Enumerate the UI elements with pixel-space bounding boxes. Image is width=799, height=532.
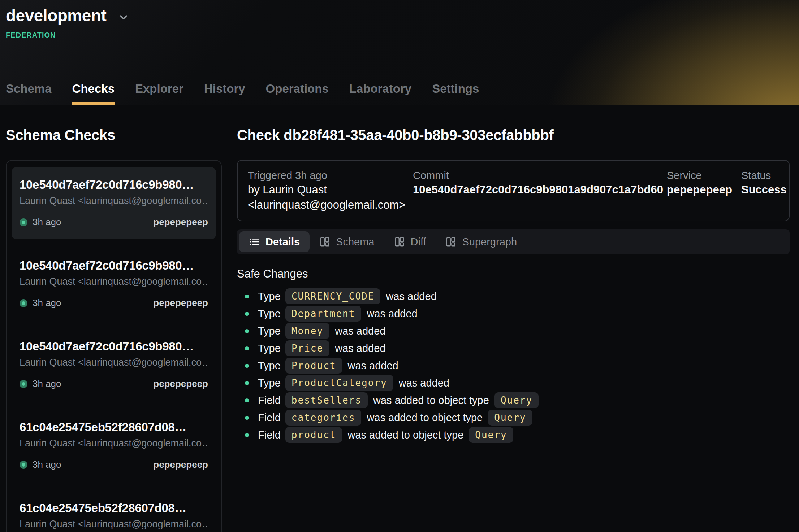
change-description: was added [367,308,417,320]
service-value: pepepepeep [667,182,741,197]
columns-icon [394,236,405,247]
check-list-item[interactable]: 61c04e25475eb52f28607d08… Laurin Quast <… [12,410,216,482]
tab-explorer[interactable]: Explorer [135,82,183,105]
check-author: Laurin Quast <laurinquast@googlemail.co… [20,519,208,530]
check-author: Laurin Quast <laurinquast@googlemail.co… [20,195,208,206]
tab-details[interactable]: Details [239,231,310,252]
checks-list: 10e540d7aef72c0d716c9b980… Laurin Quast … [6,160,222,532]
meta-service: Service pepepepeep [667,169,741,213]
view-tab-label: Supergraph [462,236,517,248]
type-chip-2: Query [488,410,532,426]
change-kind: Type [258,291,281,302]
tab-schema[interactable]: Schema [6,82,52,105]
check-meta-row: 3h ago pepepepeep [20,217,208,228]
tab-schema-view[interactable]: Schema [310,231,384,252]
change-kind: Type [258,325,281,337]
check-list-item[interactable]: 61c04e25475eb52f28607d08… Laurin Quast <… [12,490,216,532]
columns-icon [445,236,456,247]
chevron-down-icon[interactable] [118,12,129,23]
change-row: Type Money was added [245,322,790,340]
tab-diff[interactable]: Diff [384,231,436,252]
bullet-icon [245,416,249,420]
bullet-icon [245,295,249,298]
type-chip: CURRENCY_CODE [285,288,381,304]
change-kind: Field [258,394,281,406]
check-hash: 61c04e25475eb52f28607d08… [20,501,208,515]
status-value: Success [741,182,779,197]
tab-supergraph[interactable]: Supergraph [436,231,527,252]
page-header: development FEDERATION Schema Checks Exp… [0,0,799,105]
columns-icon [319,236,330,247]
meta-status: Status Success [741,169,779,213]
type-chip: bestSellers [285,392,368,408]
type-chip: Product [285,358,342,374]
check-detail-title: Check db28f481-35aa-40b0-b8b9-303ecfabbb… [237,127,790,143]
bullet-icon [245,346,249,350]
type-chip: Department [285,306,362,322]
view-tab-label: Details [265,236,300,248]
status-dot-icon [20,218,27,226]
check-list-item[interactable]: 10e540d7aef72c0d716c9b980… Laurin Quast … [12,329,216,401]
change-row: Field bestSellers was added to object ty… [245,392,790,409]
check-hash: 10e540d7aef72c0d716c9b980… [20,178,208,192]
check-meta-row: 3h ago pepepepeep [20,297,208,309]
page-content: Schema Checks 10e540d7aef72c0d716c9b980…… [0,105,799,532]
project-type-badge: FEDERATION [6,31,790,39]
check-hash: 10e540d7aef72c0d716c9b980… [20,259,208,272]
view-tab-label: Schema [336,236,374,248]
change-row: Field categories was added to object typ… [245,409,790,426]
change-description: was added to object type [367,412,483,424]
check-author: Laurin Quast <laurinquast@googlemail.co… [20,438,208,449]
check-service: pepepepeep [153,217,208,228]
check-detail-panel: Check db28f481-35aa-40b0-b8b9-303ecfabbb… [237,105,790,444]
change-description: was added [386,291,436,302]
triggered-email: <laurinquast@googlemail.com> [248,197,413,213]
change-description: was added [335,325,385,337]
change-kind: Type [258,343,281,354]
check-author: Laurin Quast <laurinquast@googlemail.co… [20,357,208,368]
change-description: was added [399,377,449,389]
status-dot-icon [20,461,27,469]
bullet-icon [245,312,249,316]
change-row: Type Product was added [245,357,790,374]
type-chip-2: Query [469,427,513,443]
schema-checks-panel: Schema Checks 10e540d7aef72c0d716c9b980…… [6,105,222,532]
changes-list: Type CURRENCY_CODE was added Type Depart… [237,288,790,444]
check-list-item[interactable]: 10e540d7aef72c0d716c9b980… Laurin Quast … [12,167,216,239]
tab-checks[interactable]: Checks [72,82,115,105]
change-kind: Type [258,308,281,320]
type-chip: Price [285,340,329,356]
commit-value: 10e540d7aef72c0d716c9b9801a9d907c1a7bd60 [413,182,667,197]
list-icon [249,236,260,247]
change-description: was added [335,343,385,354]
meta-commit: Commit 10e540d7aef72c0d716c9b9801a9d907c… [413,169,667,213]
meta-triggered: Triggered 3h ago by Laurin Quast <laurin… [248,169,413,213]
check-service: pepepepeep [153,378,208,389]
bullet-icon [245,364,249,368]
tab-laboratory[interactable]: Laboratory [349,82,411,105]
tab-history[interactable]: History [204,82,245,105]
bullet-icon [245,398,249,402]
tab-operations[interactable]: Operations [266,82,329,105]
change-description: was added [347,360,398,372]
check-hash: 10e540d7aef72c0d716c9b980… [20,340,208,353]
view-tab-label: Diff [411,236,426,248]
commit-label: Commit [413,169,667,182]
tab-settings[interactable]: Settings [432,82,479,105]
bullet-icon [245,329,249,333]
project-title[interactable]: development [6,6,106,25]
change-row: Type Price was added [245,340,790,357]
triggered-label: Triggered 3h ago [248,169,413,182]
bullet-icon [245,381,249,385]
check-time: 3h ago [33,378,61,389]
check-service: pepepepeep [153,459,208,470]
check-meta-row: 3h ago pepepepeep [20,459,208,470]
triggered-by: by Laurin Quast [248,182,413,197]
status-dot-icon [20,299,27,307]
check-list-item[interactable]: 10e540d7aef72c0d716c9b980… Laurin Quast … [12,248,216,320]
check-hash: 61c04e25475eb52f28607d08… [20,420,208,434]
check-meta-box: Triggered 3h ago by Laurin Quast <laurin… [237,160,790,221]
check-meta-row: 3h ago pepepepeep [20,378,208,389]
safe-changes-title: Safe Changes [237,267,790,280]
change-kind: Field [258,412,281,424]
